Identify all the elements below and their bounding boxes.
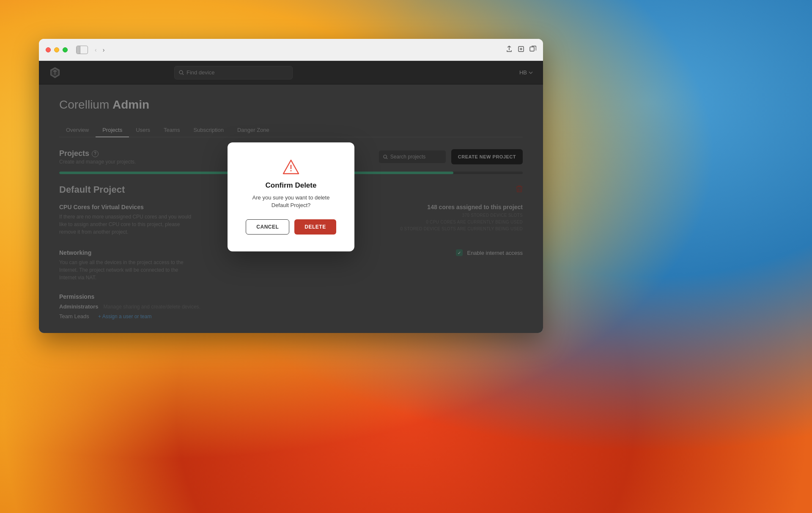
browser-window: ‹ › xyxy=(39,39,543,333)
modal-message: Are you sure you want to delete Default … xyxy=(248,194,334,209)
delete-button[interactable]: DELETE xyxy=(294,219,336,235)
back-button[interactable]: ‹ xyxy=(93,45,99,55)
traffic-lights xyxy=(46,47,68,52)
share-button[interactable] xyxy=(506,46,513,54)
browser-actions xyxy=(506,46,536,54)
nav-arrows: ‹ › xyxy=(93,45,106,55)
svg-point-4 xyxy=(291,170,292,171)
forward-button[interactable]: › xyxy=(101,45,107,55)
cancel-button[interactable]: CANCEL xyxy=(246,219,289,235)
warning-icon xyxy=(248,159,334,176)
app-content: Find device HB Corellium Admin Overview … xyxy=(39,61,543,333)
windows-button[interactable] xyxy=(529,46,536,54)
svg-rect-1 xyxy=(530,47,534,51)
confirm-delete-modal: Confirm Delete Are you sure you want to … xyxy=(228,142,354,251)
new-tab-button[interactable] xyxy=(518,46,524,54)
modal-buttons: CANCEL DELETE xyxy=(248,219,334,235)
maximize-window-button[interactable] xyxy=(63,47,68,52)
minimize-window-button[interactable] xyxy=(54,47,59,52)
browser-chrome: ‹ › xyxy=(39,39,543,61)
modal-title: Confirm Delete xyxy=(248,181,334,190)
sidebar-toggle-button[interactable] xyxy=(76,46,88,54)
modal-overlay: Confirm Delete Are you sure you want to … xyxy=(39,61,543,333)
close-window-button[interactable] xyxy=(46,47,51,52)
